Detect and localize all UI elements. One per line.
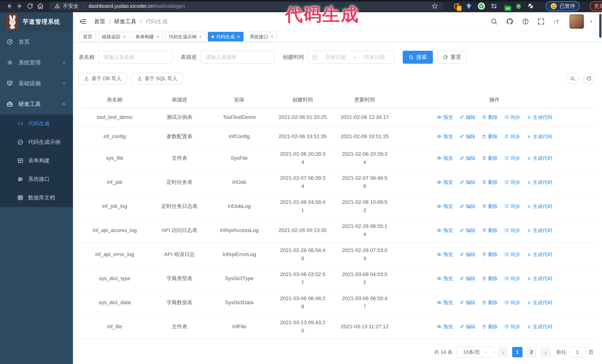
preview-link[interactable]: 预览 — [437, 179, 453, 186]
generate-code-link[interactable]: 生成代码 — [527, 179, 552, 186]
sync-link[interactable]: 同步 — [504, 323, 520, 330]
tab-system-api[interactable]: 系统接口× — [246, 32, 277, 42]
tab-tracing[interactable]: 链路追踪× — [98, 32, 129, 42]
refresh-table-button[interactable] — [583, 73, 595, 84]
app-logo[interactable]: 芋道管理系统 — [0, 12, 73, 31]
table-name-input[interactable] — [99, 54, 172, 60]
gem-extension-icon[interactable] — [465, 2, 472, 10]
tab-form-builder[interactable]: 表单构建× — [132, 32, 163, 42]
github-icon[interactable] — [506, 18, 514, 25]
sync-link[interactable]: 同步 — [504, 114, 520, 121]
page-button-1[interactable]: 1 — [512, 347, 523, 357]
prev-page-button[interactable]: ‹ — [498, 347, 508, 357]
preview-link[interactable]: 预览 — [437, 227, 453, 234]
sync-link[interactable]: 同步 — [504, 227, 520, 234]
sync-link[interactable]: 同步 — [504, 133, 520, 140]
tab-codegen-example[interactable]: 代码生成示例× — [165, 32, 206, 42]
user-avatar[interactable] — [570, 14, 584, 29]
generate-code-link[interactable]: 生成代码 — [527, 203, 552, 210]
browser-update-button[interactable]: 更新 — [590, 1, 602, 11]
delete-link[interactable]: 删除 — [482, 203, 498, 210]
import-db-button[interactable]: 基于 DB 导入 — [78, 73, 127, 84]
close-icon[interactable]: × — [199, 34, 202, 40]
tab-home[interactable]: 首页 — [79, 32, 96, 42]
preview-link[interactable]: 预览 — [437, 275, 453, 282]
reset-button[interactable]: 重置 — [437, 51, 467, 64]
generate-code-link[interactable]: 生成代码 — [527, 275, 552, 282]
delete-link[interactable]: 删除 — [482, 227, 498, 234]
browser-reload-button[interactable] — [26, 2, 34, 10]
creature-extension-icon[interactable] — [515, 2, 522, 10]
generate-code-link[interactable]: 生成代码 — [527, 251, 552, 258]
font-size-icon[interactable]: TT — [553, 18, 561, 25]
delete-link[interactable]: 删除 — [482, 251, 498, 258]
preview-link[interactable]: 预览 — [437, 133, 453, 140]
edit-link[interactable]: 编辑 — [460, 227, 475, 234]
toggle-search-button[interactable] — [567, 73, 578, 84]
edit-link[interactable]: 编辑 — [460, 275, 475, 282]
close-icon[interactable]: × — [123, 34, 126, 40]
edit-link[interactable]: 编辑 — [460, 299, 475, 306]
edit-link[interactable]: 编辑 — [460, 179, 475, 186]
sidebar-subitem-db-doc[interactable]: 数据库文档 — [0, 188, 73, 207]
delete-link[interactable]: 删除 — [482, 275, 498, 282]
page-size-select[interactable]: 10条/页 — [456, 347, 494, 358]
sidebar-item-home[interactable]: 首页 — [0, 31, 73, 52]
edit-link[interactable]: 编辑 — [460, 323, 475, 330]
edit-link[interactable]: 编辑 — [460, 114, 475, 121]
profile-paused-badge[interactable]: 已暂停 — [546, 1, 580, 11]
search-button[interactable]: 搜索 — [403, 51, 433, 64]
caret-down-icon[interactable] — [589, 19, 593, 24]
help-icon[interactable] — [522, 18, 529, 25]
sync-link[interactable]: 同步 — [504, 179, 520, 186]
sync-link[interactable]: 同步 — [504, 299, 520, 306]
sync-link[interactable]: 同步 — [504, 275, 520, 282]
edit-link[interactable]: 编辑 — [460, 251, 475, 258]
scrollbar-thumb[interactable] — [599, 14, 602, 38]
search-icon[interactable] — [491, 18, 497, 25]
close-icon[interactable]: × — [157, 34, 159, 40]
browser-home-button[interactable] — [36, 2, 45, 10]
sidebar-subitem-codegen[interactable]: 代码生成 — [0, 114, 73, 133]
generate-code-link[interactable]: 生成代码 — [527, 323, 552, 330]
edit-link[interactable]: 编辑 — [460, 133, 475, 140]
delete-link[interactable]: 删除 — [482, 114, 498, 121]
edit-link[interactable]: 编辑 — [460, 203, 475, 210]
generate-code-link[interactable]: 生成代码 — [527, 133, 552, 140]
sidebar-item-system[interactable]: 系统管理 — [0, 52, 73, 73]
sync-link[interactable]: 同步 — [504, 251, 520, 258]
sidebar-item-devtools[interactable]: 研发工具 — [0, 94, 73, 114]
close-icon[interactable]: × — [271, 34, 273, 40]
close-icon[interactable]: × — [237, 34, 240, 40]
preview-link[interactable]: 预览 — [437, 114, 453, 121]
delete-link[interactable]: 删除 — [482, 323, 498, 330]
next-page-button[interactable]: › — [540, 347, 551, 357]
address-bar[interactable]: 不安全 dashboard.yudao.iocoder.cn/tool/code… — [49, 2, 443, 10]
v-extension-icon[interactable] — [478, 2, 485, 10]
delete-link[interactable]: 删除 — [482, 155, 498, 161]
sidebar-collapse-button[interactable] — [73, 18, 93, 25]
delete-link[interactable]: 删除 — [482, 299, 498, 306]
table-desc-input[interactable] — [201, 54, 274, 60]
generate-code-link[interactable]: 生成代码 — [527, 114, 552, 121]
tab-codegen[interactable]: 代码生成× — [208, 32, 244, 42]
goto-page-input[interactable]: 1 — [569, 347, 586, 357]
import-sql-button[interactable]: 基于 SQL 导入 — [132, 73, 183, 84]
edit-link[interactable]: 编辑 — [460, 155, 475, 161]
preview-link[interactable]: 预览 — [437, 299, 453, 306]
generate-code-link[interactable]: 生成代码 — [527, 299, 552, 306]
generate-code-link[interactable]: 生成代码 — [527, 227, 552, 234]
preview-link[interactable]: 预览 — [437, 323, 453, 330]
sidebar-subitem-system-api[interactable]: 系统接口 — [0, 170, 73, 188]
preview-link[interactable]: 预览 — [437, 251, 453, 258]
sync-extension-icon[interactable]: 1 — [453, 2, 460, 10]
delete-link[interactable]: 删除 — [482, 133, 498, 140]
preview-link[interactable]: 预览 — [437, 203, 453, 210]
sidebar-subitem-codegen-example[interactable]: 代码生成示例 — [0, 133, 73, 151]
date-range-picker[interactable]: 开始日期 - 结束日期 — [308, 51, 395, 64]
browser-back-button[interactable] — [5, 2, 14, 10]
sidebar-subitem-form-builder[interactable]: 表单构建 — [0, 151, 73, 170]
breadcrumb-devtools[interactable]: 研发工具 — [114, 18, 136, 25]
grid-extension-icon[interactable] — [491, 2, 497, 10]
rows-extension-icon[interactable]: on — [503, 2, 510, 10]
